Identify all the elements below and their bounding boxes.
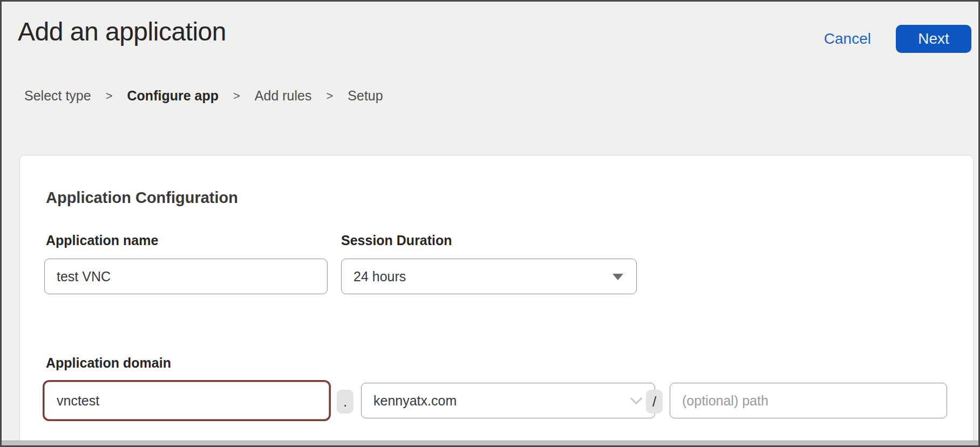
breadcrumb-separator: > — [233, 89, 240, 103]
application-name-input[interactable] — [44, 259, 328, 294]
breadcrumb-step-add-rules[interactable]: Add rules — [255, 88, 312, 104]
horizontal-scrollbar[interactable] — [2, 441, 978, 445]
page-title: Add an application — [18, 17, 226, 46]
breadcrumb-separator: > — [326, 89, 333, 103]
session-duration-value: 24 hours — [353, 269, 406, 285]
session-duration-label: Session Duration — [341, 233, 452, 248]
chevron-down-icon — [630, 392, 643, 405]
breadcrumb-separator: > — [106, 89, 113, 103]
path-input[interactable] — [670, 383, 947, 418]
breadcrumb: Select type > Configure app > Add rules … — [24, 88, 383, 104]
application-name-label: Application name — [46, 233, 158, 248]
dot-separator: . — [337, 390, 353, 414]
slash-separator: / — [646, 390, 663, 414]
subdomain-input[interactable] — [44, 382, 329, 419]
domain-select-value: kennyatx.com — [373, 393, 457, 409]
application-domain-label: Application domain — [46, 355, 171, 371]
header-actions: Cancel Next — [824, 25, 971, 53]
cancel-button[interactable]: Cancel — [824, 30, 871, 48]
breadcrumb-step-setup[interactable]: Setup — [348, 88, 383, 104]
domain-select[interactable]: kennyatx.com — [361, 383, 655, 418]
dropdown-arrow-icon — [612, 274, 623, 280]
breadcrumb-step-configure-app[interactable]: Configure app — [127, 88, 219, 104]
breadcrumb-step-select-type[interactable]: Select type — [24, 88, 91, 104]
section-title: Application Configuration — [46, 189, 238, 207]
application-configuration-card: Application Configuration Application na… — [19, 155, 974, 447]
next-button[interactable]: Next — [896, 25, 971, 53]
add-application-window: Add an application Cancel Next Select ty… — [0, 0, 980, 447]
session-duration-select[interactable]: 24 hours — [341, 259, 637, 294]
